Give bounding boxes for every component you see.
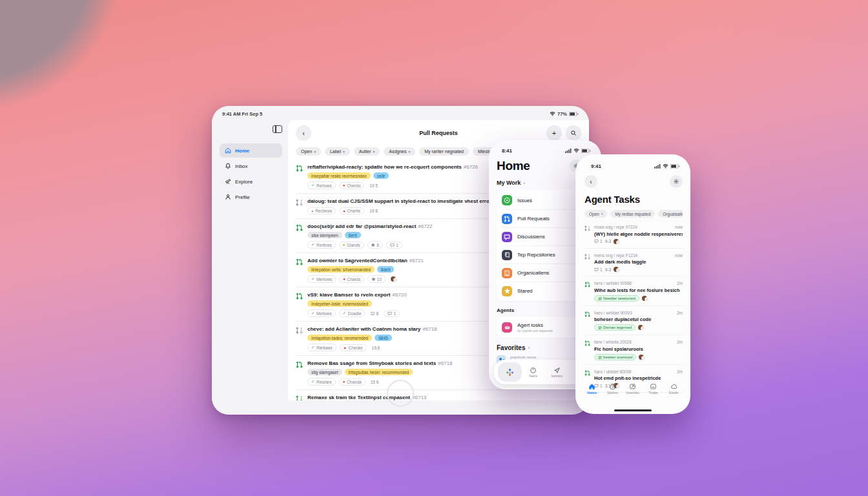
- pr-label: sltg slamgaset: [307, 369, 342, 375]
- back-button[interactable]: ‹: [584, 175, 597, 188]
- ipad-chin: [212, 400, 589, 415]
- agent-task-row[interactable]: haro / whlidet 900932m boheser duplacetu…: [584, 306, 683, 336]
- task-repo: mens nng / repe F1234: [594, 253, 637, 258]
- review-status-chip: @Needier sessioned: [594, 295, 639, 302]
- tab-label: Erteale: [669, 391, 678, 395]
- review-status-chip: @Dsman tegemed: [594, 324, 636, 331]
- home-item-label: Issues: [517, 198, 532, 203]
- chevron-right-icon[interactable]: ›: [523, 180, 525, 186]
- agent-task-row[interactable]: mens nng / repe F1234now Add dark medls …: [584, 249, 683, 277]
- agent-filter-label: Orgustsatioa: [663, 212, 683, 216]
- pull-request-state-icon: [296, 292, 303, 317]
- back-button[interactable]: ‹: [296, 125, 311, 141]
- tab-sdetlere[interactable]: Sdetlere: [603, 383, 623, 395]
- pr-meta-item: 19,6: [370, 344, 382, 351]
- tab-home[interactable]: [498, 362, 522, 382]
- home-item-label: Organicatiens: [517, 270, 549, 276]
- chevron-down-icon: ▾: [601, 212, 603, 216]
- tab-erteale[interactable]: Erteale: [663, 383, 684, 395]
- new-pull-request-button[interactable]: +: [546, 125, 562, 141]
- ipad-status-bar: 9:41 AM Fri Sep 5 77%: [212, 106, 589, 120]
- search-button[interactable]: [566, 125, 581, 141]
- task-state-icon: [584, 225, 590, 244]
- agent-filter-chip[interactable]: Orgustsatioa▾: [658, 210, 683, 218]
- my-work-header: My Work: [497, 180, 521, 186]
- boxline-icon: [650, 383, 657, 390]
- filter-chip[interactable]: My rariter negnated: [419, 147, 469, 156]
- tab-hvetus[interactable]: Hvetus: [582, 383, 603, 395]
- battery-icon: [581, 149, 591, 153]
- tab-fcanrano[interactable]: fcanrano: [545, 362, 569, 382]
- agent-task-row[interactable]: here / wrilslet 909662m Wihe aub lests f…: [584, 276, 683, 306]
- agent-filter-bar: Open▾My redise mqustedOrgustsatioa▾N: [584, 210, 683, 218]
- pr-number: #6722: [418, 223, 432, 229]
- tab-fcewnideo[interactable]: fcewnideo: [623, 383, 643, 395]
- pr-title: dooc(seb)r add edr far @psimar/styled-re…: [307, 223, 416, 229]
- tab-tivalae[interactable]: Tivalae: [643, 383, 664, 395]
- cell-signal-icon: [565, 149, 572, 153]
- sidebar-toggle-icon[interactable]: [273, 125, 282, 133]
- task-title: Hot emd pnit-so inespetricde: [594, 375, 683, 381]
- filter-chip[interactable]: Asdgnes ▾: [384, 147, 415, 156]
- pr-meta-item: 32 8: [368, 310, 380, 317]
- agent-filter-chip[interactable]: My redise mqusted: [610, 210, 655, 218]
- task-time: 2m: [677, 340, 683, 344]
- pr-label: lintepation oefis: s/toenonanded: [307, 266, 375, 273]
- agent-tasks-subtitle: tiy copsle pot tiapende: [517, 329, 553, 333]
- pr-meta-item: 1: [386, 242, 402, 249]
- pr-meta-item: 19 5: [367, 182, 380, 189]
- home-item-icon: [502, 214, 512, 224]
- agent-tasks-title: Agent Tasks: [584, 194, 683, 205]
- home-item-label: Discussiens: [517, 234, 545, 240]
- pr-meta-item: ◉8: [367, 241, 383, 249]
- homecolor-icon: [506, 368, 514, 377]
- agent-task-row[interactable]: tiere / whletls 200262m Fic honi spslaru…: [584, 335, 683, 365]
- agent-filter-chip[interactable]: Open▾: [584, 210, 607, 218]
- task-count: 9-3: [605, 267, 611, 272]
- sidebar-item-label: Home: [235, 148, 249, 154]
- pr-title: cheve: add Aclianiter with Coatnm homa s…: [307, 326, 420, 332]
- phone2-clock: 9:41: [591, 163, 601, 169]
- task-title: (WY) hlelle atgee noddle respensiveress: [594, 231, 683, 237]
- pr-number: #6721: [409, 258, 424, 264]
- pr-label: 6845: [375, 335, 391, 341]
- gear-icon: [673, 178, 679, 185]
- battery-percent: 77%: [557, 111, 567, 117]
- filter-chip[interactable]: Label ▾: [325, 147, 350, 156]
- filter-chip-label: Label: [330, 149, 341, 154]
- pr-meta-item: ✓Merlows: [307, 275, 336, 283]
- pr-title: reftafterlvipkad-reacly: spdatle how we …: [307, 164, 462, 170]
- pr-meta-item: [389, 275, 398, 283]
- review-status-chip: @besiser soersced: [594, 354, 636, 360]
- wifi-icon: [550, 112, 555, 116]
- avatar: [639, 355, 644, 360]
- ipad-home-button[interactable]: [387, 380, 414, 407]
- filter-chip-label: Open: [301, 149, 312, 154]
- chevron-down-icon: ▾: [373, 150, 375, 154]
- sidebar-item-icon: [225, 178, 231, 185]
- page-title: Pull Requests: [288, 130, 589, 136]
- home-item-icon: [502, 286, 512, 296]
- sidebar-item-icon: [225, 163, 231, 169]
- sidebar-item-inbox[interactable]: Inbox: [220, 159, 282, 173]
- sidebar-item-home[interactable]: Home: [220, 143, 282, 158]
- home-indicator[interactable]: [614, 409, 652, 411]
- filter-chip[interactable]: Autter ▾: [354, 147, 380, 156]
- agent-tasks-label: Agert tosks: [517, 322, 553, 328]
- pr-meta-item: ◉10: [367, 275, 386, 283]
- sidebar-item-preflie[interactable]: Preflie: [220, 190, 282, 204]
- filter-chip[interactable]: Open ▾: [296, 147, 321, 156]
- pull-request-state-icon: [296, 258, 303, 283]
- agent-task-row[interactable]: mose-sag / repe 97224now (WY) hlelle atg…: [584, 220, 683, 249]
- chevron-down-icon: ▾: [409, 150, 411, 154]
- home-item-label: Tep Repcsilories: [517, 252, 555, 258]
- task-time: 2m: [677, 281, 683, 285]
- chevron-right-icon[interactable]: ›: [528, 345, 530, 351]
- tab-Nasne[interactable]: Nasne: [522, 362, 546, 382]
- sidebar-item-explore[interactable]: Explore: [220, 174, 282, 189]
- pull-request-row[interactable]: Remaxe sk tram tke TextIinpst compasent#…: [296, 390, 589, 400]
- task-meta: 19-3: [594, 239, 683, 244]
- settings-button[interactable]: [670, 175, 683, 188]
- home-item-label: Pull Requeats: [517, 216, 550, 222]
- filter-chip-label: My rariter negnated: [424, 149, 464, 154]
